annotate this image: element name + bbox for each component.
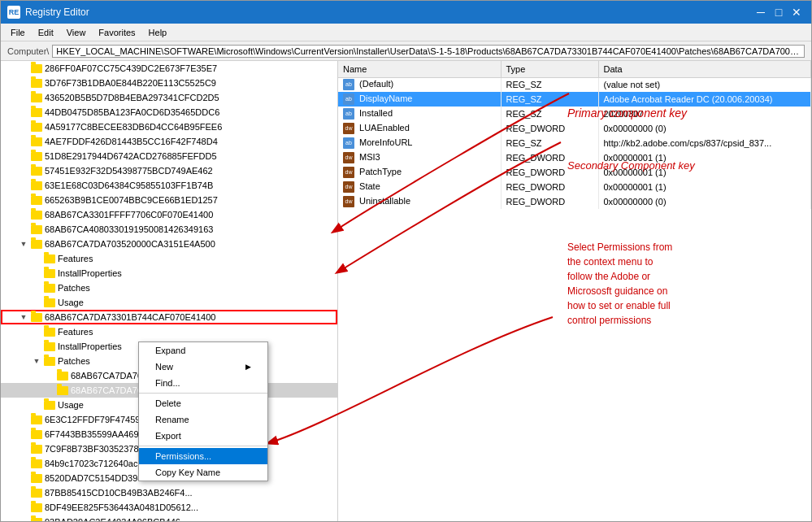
- tree-item[interactable]: 63E1E68C03D64384C95855103FF1B74B: [1, 178, 337, 193]
- reg-data-cell: 0x00000001 (1): [598, 165, 811, 180]
- tree-item[interactable]: 68AB67CA4080330191950081426349163: [1, 222, 337, 237]
- cm-item-rename[interactable]: Rename: [139, 411, 267, 428]
- table-row[interactable]: ab Installed REG_SZ 20200307: [338, 107, 811, 121]
- menu-help[interactable]: Help: [142, 26, 174, 39]
- tree-item[interactable]: 87BB85415CD10CB49B3AB246F4...: [1, 485, 337, 500]
- tree-item-label: Features: [58, 327, 93, 337]
- maximize-button[interactable]: □: [771, 4, 787, 20]
- window-title: Registry Editor: [25, 7, 753, 18]
- reg-name-cell: ab (Default): [338, 77, 501, 92]
- expand-icon[interactable]: ▼: [17, 237, 30, 251]
- tree-item-label: Features: [58, 254, 93, 263]
- tree-item[interactable]: 436520B5B5D7D8B4EBA297341CFCD2D5: [1, 90, 337, 105]
- table-row[interactable]: ab DisplayName REG_SZ Adobe Acrobat Read…: [338, 92, 811, 107]
- expand-icon[interactable]: ▼: [30, 354, 43, 368]
- cm-item-permissions[interactable]: Permissions...: [139, 448, 267, 464]
- folder-icon: [30, 223, 43, 236]
- app-icon-text: RE: [9, 8, 20, 16]
- menu-favorites[interactable]: Favorites: [92, 26, 141, 39]
- tree-item[interactable]: ▼68AB67CA7DA703520000CA3151E4A500: [1, 237, 337, 251]
- reg-type-cell: REG_DWORD: [501, 180, 598, 194]
- folder-icon: [30, 179, 43, 192]
- reg-name-cell: dw LUAEnabled: [338, 121, 501, 136]
- folder-icon: [43, 325, 56, 338]
- reg-name-cell: dw Uninstallable: [338, 194, 501, 209]
- tree-item[interactable]: 3D76F73B1DBA0E844B220E113C5525C9: [1, 76, 337, 90]
- tree-item[interactable]: InstallProperties: [1, 266, 337, 281]
- window-controls: ─ □ ✕: [753, 4, 805, 20]
- tree-item-label: Usage: [58, 298, 84, 307]
- address-input[interactable]: [52, 45, 805, 58]
- tree-item-label: 57451E932F32D54398775BCD749AE462: [45, 166, 213, 176]
- reg-data-cell: 20200307: [598, 107, 811, 121]
- folder-icon: [43, 252, 56, 265]
- folder-icon: [30, 106, 43, 119]
- tree-item[interactable]: Features: [1, 324, 337, 339]
- tree-item[interactable]: Usage: [1, 295, 337, 310]
- tree-item[interactable]: 93BAD29AC2E44034A96BCB446...: [1, 515, 337, 521]
- menu-view[interactable]: View: [60, 26, 93, 39]
- tree-item-label: 68AB67CA4080330191950081426349163: [45, 224, 213, 234]
- submenu-arrow: ▶: [245, 363, 251, 371]
- table-row[interactable]: dw State REG_DWORD 0x00000001 (1): [338, 180, 811, 194]
- context-menu: ExpandNew▶Find...DeleteRenameExportPermi…: [138, 341, 268, 481]
- title-bar: RE Registry Editor ─ □ ✕: [1, 1, 811, 24]
- cm-item-copykey[interactable]: Copy Key Name: [139, 464, 267, 481]
- cm-item-expand[interactable]: Expand: [139, 342, 267, 359]
- folder-icon: [30, 311, 43, 324]
- minimize-button[interactable]: ─: [753, 4, 769, 20]
- tree-item[interactable]: 8DF49EE825F536443A0481D05612...: [1, 500, 337, 515]
- table-row[interactable]: ab (Default) REG_SZ (value not set): [338, 77, 811, 92]
- folder-icon: [30, 472, 43, 485]
- reg-name: MoreInfoURL: [359, 137, 412, 147]
- right-panel: Name Type Data ab (Default) REG_SZ (valu…: [338, 61, 811, 521]
- tree-item-label: Usage: [58, 400, 84, 410]
- folder-icon: [43, 281, 56, 294]
- table-row[interactable]: dw PatchType REG_DWORD 0x00000001 (1): [338, 165, 811, 180]
- tree-item-label: 51D8E2917944D6742ACD276885FEFDD5: [45, 151, 217, 161]
- close-button[interactable]: ✕: [788, 4, 805, 20]
- tree-item[interactable]: 57451E932F32D54398775BCD749AE462: [1, 163, 337, 178]
- table-row[interactable]: dw MSI3 REG_DWORD 0x00000001 (1): [338, 150, 811, 165]
- cm-item-delete[interactable]: Delete: [139, 395, 267, 411]
- tree-item-label: 44DB0475D85BA123FA0CD6D35465DDC6: [45, 107, 219, 117]
- tree-item[interactable]: Patches: [1, 281, 337, 295]
- tree-item[interactable]: 68AB67CA3301FFFF7706C0F070E41400: [1, 207, 337, 222]
- reg-name: DisplayName: [359, 94, 412, 103]
- tree-item[interactable]: 665263B9B1CE0074BBC9CE66B1ED1257: [1, 193, 337, 207]
- registry-table: Name Type Data ab (Default) REG_SZ (valu…: [338, 61, 811, 209]
- tree-item[interactable]: 286FF0AF07CC75C439DC2E673F7E35E7: [1, 61, 337, 76]
- table-row[interactable]: ab MoreInfoURL REG_SZ http://kb2.adobe.c…: [338, 136, 811, 150]
- registry-scroll[interactable]: Name Type Data ab (Default) REG_SZ (valu…: [338, 61, 811, 521]
- tree-item-label: 93BAD29AC2E44034A96BCB446...: [45, 517, 188, 521]
- expand-icon[interactable]: ▼: [17, 310, 30, 324]
- folder-icon: [43, 296, 56, 309]
- tree-item-label: InstallProperties: [58, 341, 122, 351]
- tree-item[interactable]: 51D8E2917944D6742ACD276885FEFDD5: [1, 149, 337, 163]
- tree-item-label: 68AB67CA7DA73301B744CAF070E41400: [45, 312, 215, 322]
- menu-edit[interactable]: Edit: [32, 26, 60, 39]
- tree-item[interactable]: 44DB0475D85BA123FA0CD6D35465DDC6: [1, 105, 337, 120]
- tree-item-label: 3D76F73B1DBA0E844B220E113C5525C9: [45, 78, 216, 88]
- tree-item[interactable]: Features: [1, 251, 337, 266]
- table-row[interactable]: dw Uninstallable REG_DWORD 0x00000000 (0…: [338, 194, 811, 209]
- reg-name: Uninstallable: [359, 196, 410, 206]
- menu-file[interactable]: File: [4, 26, 32, 39]
- tree-item[interactable]: 4A59177C8BECEE83DB6D4CC64B95FEE6: [1, 120, 337, 134]
- cm-separator: [139, 393, 267, 394]
- reg-data-cell: (value not set): [598, 77, 811, 92]
- reg-type-cell: REG_DWORD: [501, 194, 598, 209]
- cm-item-new[interactable]: New▶: [139, 359, 267, 375]
- cm-item-export[interactable]: Export: [139, 428, 267, 444]
- tree-item[interactable]: ▼68AB67CA7DA73301B744CAF070E41400: [1, 310, 337, 324]
- table-row[interactable]: dw LUAEnabled REG_DWORD 0x00000000 (0): [338, 121, 811, 136]
- reg-data-cell: 0x00000000 (0): [598, 121, 811, 136]
- folder-icon: [30, 442, 43, 455]
- reg-name-cell: ab DisplayName: [338, 92, 501, 107]
- main-content: 286FF0AF07CC75C439DC2E673F7E35E73D76F73B…: [1, 61, 811, 521]
- folder-icon: [30, 120, 43, 133]
- cm-item-find[interactable]: Find...: [139, 375, 267, 391]
- tree-item[interactable]: 4AE7FDDF426D81443B5CC16F42F748D4: [1, 134, 337, 149]
- col-data: Data: [598, 61, 811, 77]
- address-bar: Computer\: [1, 41, 811, 61]
